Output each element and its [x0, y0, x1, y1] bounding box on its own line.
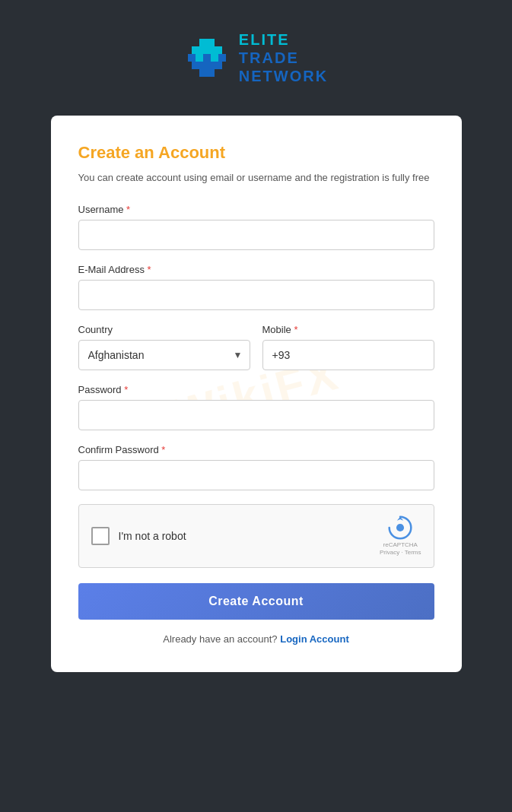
login-link-area: Already have an account? Login Account [78, 633, 434, 645]
password-label: Password * [78, 384, 434, 395]
form-subtitle: You can create account using email or us… [78, 170, 434, 186]
svg-rect-2 [192, 46, 199, 54]
country-select-wrapper: Afghanistan United States United Kingdom… [78, 340, 250, 370]
svg-rect-3 [199, 46, 207, 54]
svg-rect-15 [199, 69, 207, 77]
captcha-left: I'm not a robot [91, 527, 186, 545]
svg-rect-5 [215, 46, 222, 54]
login-account-link[interactable]: Login Account [280, 633, 349, 645]
confirm-required: * [159, 444, 166, 455]
svg-rect-1 [207, 39, 215, 46]
create-account-button[interactable]: Create Account [78, 583, 434, 620]
confirm-password-input[interactable] [78, 460, 434, 490]
mobile-required: * [291, 324, 298, 335]
password-required: * [122, 384, 129, 395]
password-group: Password * [78, 384, 434, 430]
country-select[interactable]: Afghanistan United States United Kingdom… [78, 340, 250, 370]
logo-network: NETWORK [239, 67, 328, 85]
captcha-box[interactable]: I'm not a robot reCAPTCHA Privacy · Term… [78, 504, 434, 569]
email-required: * [145, 264, 151, 275]
confirm-password-label: Confirm Password * [78, 444, 434, 455]
svg-rect-8 [203, 54, 211, 62]
mobile-group: Mobile * [262, 324, 434, 370]
svg-rect-14 [215, 62, 222, 69]
captcha-right: reCAPTCHA Privacy · Terms [380, 515, 421, 557]
svg-rect-0 [199, 39, 207, 46]
country-group: Country Afghanistan United States United… [78, 324, 250, 370]
captcha-label: I'm not a robot [119, 530, 186, 542]
form-title: Create an Account [78, 143, 434, 163]
username-label: Username * [78, 204, 434, 215]
recaptcha-logo-icon [388, 515, 412, 540]
logo-icon [184, 35, 230, 81]
country-label: Country [78, 324, 250, 335]
recaptcha-text: reCAPTCHA Privacy · Terms [380, 541, 421, 557]
svg-rect-12 [199, 62, 207, 69]
svg-rect-10 [218, 54, 226, 62]
svg-rect-7 [196, 54, 203, 62]
password-input[interactable] [78, 400, 434, 430]
mobile-label: Mobile * [262, 324, 434, 335]
logo-area: ELITE TRADE NETWORK [184, 30, 328, 85]
login-prompt-text: Already have an account? [163, 633, 277, 645]
svg-rect-9 [211, 54, 218, 62]
logo-elite: ELITE [239, 30, 328, 49]
logo-trade: TRADE [239, 49, 328, 67]
email-label: E-Mail Address * [78, 264, 434, 275]
svg-point-17 [396, 523, 404, 531]
logo-text: ELITE TRADE NETWORK [239, 30, 328, 85]
username-input[interactable] [78, 220, 434, 250]
mobile-input[interactable] [262, 340, 434, 370]
confirm-password-group: Confirm Password * [78, 444, 434, 490]
svg-rect-4 [207, 46, 215, 54]
svg-rect-6 [188, 54, 196, 62]
country-mobile-row: Country Afghanistan United States United… [78, 324, 434, 384]
username-group: Username * [78, 204, 434, 250]
svg-rect-16 [207, 69, 215, 77]
svg-rect-13 [207, 62, 215, 69]
svg-rect-11 [192, 62, 199, 69]
email-input[interactable] [78, 280, 434, 310]
username-required: * [123, 204, 130, 215]
captcha-checkbox[interactable] [91, 527, 110, 545]
email-group: E-Mail Address * [78, 264, 434, 310]
registration-card: WikiFX Create an Account You can create … [51, 116, 462, 672]
card-content: Create an Account You can create account… [78, 143, 434, 645]
